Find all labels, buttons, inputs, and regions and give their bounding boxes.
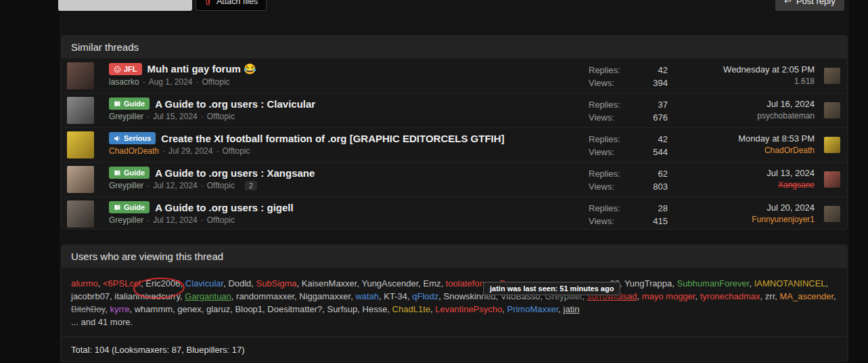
last-post-date[interactable]: Monday at 8:53 PM [738, 133, 815, 145]
last-poster[interactable]: psychobateman [757, 110, 815, 122]
last-poster-avatar[interactable] [824, 206, 840, 222]
views-count: 676 [653, 111, 668, 124]
page-2-chip[interactable]: 2 [245, 181, 257, 190]
viewer-username[interactable]: BitchBoy [71, 304, 105, 314]
last-poster[interactable]: Xangsane [767, 179, 815, 191]
viewer-username[interactable]: glaruz [206, 304, 230, 314]
thread-author[interactable]: Greypiller [109, 112, 143, 121]
thread-forum[interactable]: Offtopic [207, 181, 235, 190]
viewer-username[interactable]: ChadL1te [392, 304, 430, 314]
thread-author[interactable]: Greypiller [109, 215, 143, 225]
last-poster[interactable]: Funnyunenjoyer1 [752, 214, 815, 226]
meta-separator: · [147, 112, 150, 121]
thread-prefix-badge[interactable]: Guide [109, 201, 150, 213]
viewer-username[interactable]: Gargantuan [185, 291, 231, 301]
viewer-username[interactable]: randommaxxer [236, 291, 294, 301]
viewer-username[interactable]: <6PSLcel [103, 278, 141, 289]
viewer-username[interactable]: IAMNOTANINCEL [754, 278, 826, 289]
last-poster-avatar[interactable] [824, 171, 840, 188]
last-post-date[interactable]: Jul 16, 2024 [757, 98, 815, 110]
thread-title[interactable]: A Guide to .org users : Clavicular [155, 98, 315, 110]
viewer-username[interactable]: tyronechadmax [700, 291, 760, 301]
thread-title[interactable]: A Guide to .org users : gigell [155, 202, 293, 213]
replies-count: 42 [658, 64, 668, 77]
thread-title[interactable]: Create the XI football formation of .org… [161, 133, 504, 144]
last-poster-avatar[interactable] [824, 68, 840, 84]
thread-prefix-badge[interactable]: Guide [109, 98, 150, 110]
viewer-username[interactable]: kyrre [110, 304, 130, 314]
viewer-username[interactable]: Emz [424, 278, 441, 289]
thread-avatar[interactable] [67, 97, 94, 124]
viewer-username[interactable]: jacobrb07 [71, 291, 110, 301]
viewer-username[interactable]: alurmo [71, 278, 98, 289]
viewer-username[interactable]: MA_ascender [780, 291, 834, 301]
viewer-username[interactable]: YungAscender [361, 278, 418, 289]
viewer-username[interactable]: Clavicular [185, 278, 223, 289]
meta-separator: · [196, 77, 198, 87]
viewer-username[interactable]: YungTrappa [624, 278, 672, 289]
viewer-username[interactable]: watah [355, 291, 379, 301]
viewer-username[interactable]: SubSigma [256, 278, 297, 289]
viewer-username[interactable]: LevantinePsycho [435, 304, 502, 314]
viewer-username[interactable]: Eric2006 [145, 278, 180, 289]
viewer-username[interactable]: mayo mogger [642, 291, 695, 301]
section-header-label: Similar threads [71, 41, 139, 53]
viewer-names: alurmo, <6PSLcel, Eric2006, Clavicular, … [62, 268, 847, 316]
meta-separator: · [201, 181, 204, 190]
thread-prefix-badge[interactable]: Serious [109, 132, 156, 144]
thread-stats: Replies:37 Views:676 [589, 98, 668, 124]
thread-forum[interactable]: Offtopic [207, 112, 235, 121]
thread-title[interactable]: Muh anti gay forum 😂 [147, 63, 256, 75]
last-post-date[interactable]: Wednesday at 2:05 PM [723, 64, 815, 76]
last-post-date[interactable]: Jul 20, 2024 [752, 202, 815, 214]
thread-prefix-badge[interactable]: Guide [109, 167, 150, 179]
viewer-username[interactable]: KaisenMaxxer [302, 278, 357, 289]
viewer-username[interactable]: Bloop1 [235, 304, 262, 314]
viewer-username[interactable]: whammm [135, 304, 173, 314]
viewer-username[interactable]: SubhumanForever [677, 278, 749, 289]
viewer-username[interactable]: italianmixedcurry [114, 291, 180, 301]
thread-author[interactable]: ChadOrDeath [109, 146, 159, 156]
viewer-username[interactable]: zrr [765, 291, 775, 301]
viewer-username[interactable]: Doesitmatter? [267, 304, 322, 314]
last-poster-avatar[interactable] [824, 137, 840, 153]
viewer-username[interactable]: Hesse [363, 304, 388, 314]
viewer-username[interactable]: KT-34 [384, 291, 407, 301]
viewer-username[interactable]: qFlodz [412, 291, 438, 301]
last-poster[interactable]: 1.618 [723, 76, 815, 87]
meta-separator: · [216, 146, 219, 156]
thread-row: JFL Muh anti gay forum 😂 lasacrko · Aug … [62, 59, 847, 93]
replies-label: Replies: [589, 133, 620, 146]
viewer-username[interactable]: Surfsup [327, 304, 357, 314]
last-poster-avatar[interactable] [824, 102, 840, 119]
thread-avatar[interactable] [67, 200, 94, 228]
thread-prefix-badge[interactable]: JFL [109, 63, 142, 75]
thread-forum[interactable]: Offtopic [222, 146, 250, 156]
replies-count: 62 [658, 167, 668, 180]
thread-forum[interactable]: Offtopic [202, 77, 229, 87]
badge-label: Guide [124, 168, 145, 177]
section-header-label: Users who are viewing this thread [71, 251, 223, 262]
thread-author[interactable]: lasacrko [109, 77, 139, 87]
thread-forum[interactable]: Offtopic [207, 215, 235, 225]
thread-avatar[interactable] [67, 166, 94, 193]
thread-author[interactable]: Greypiller [109, 181, 143, 190]
viewer-username[interactable]: Niggamaxxer [299, 291, 350, 301]
thread-title[interactable]: A Guide to .org users : Xangsane [155, 167, 315, 179]
viewer-username[interactable]: genex [177, 304, 201, 314]
meta-separator: · [162, 146, 165, 156]
viewer-username[interactable]: PrimoMaxxer [507, 304, 558, 314]
views-count: 544 [653, 146, 668, 158]
more-count: ... and 41 more. [62, 316, 847, 337]
views-label: Views: [589, 146, 614, 158]
thread-date: Jul 15, 2024 [153, 112, 197, 121]
thread-avatar[interactable] [67, 62, 94, 89]
viewer-username[interactable]: Dodld [228, 278, 251, 289]
viewer-username[interactable]: jatin [564, 304, 580, 314]
meta-separator: · [143, 77, 145, 87]
replies-count: 42 [658, 133, 668, 146]
last-post-date[interactable]: Jul 13, 2024 [767, 167, 815, 179]
views-label: Views: [589, 77, 614, 89]
thread-avatar[interactable] [67, 131, 94, 158]
last-poster[interactable]: ChadOrDeath [738, 145, 815, 156]
